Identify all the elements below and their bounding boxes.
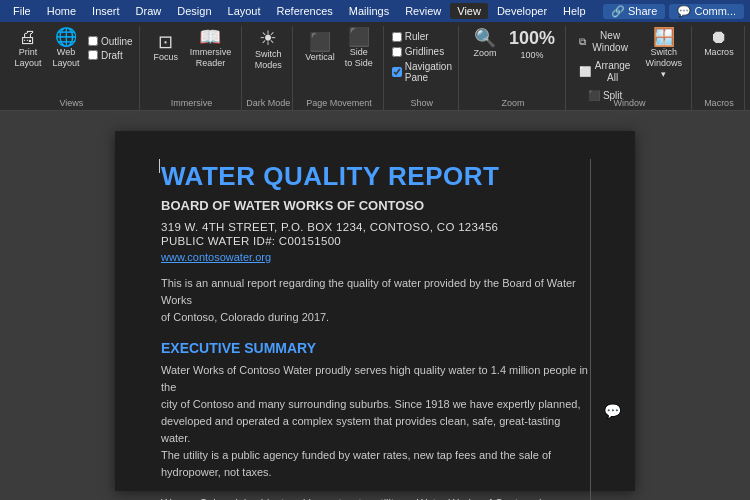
ribbon-group-pagemovement: ⬛ Vertical ⬛ Side to Side Page Movement	[295, 26, 384, 110]
macros-button[interactable]: ⏺ Macros	[700, 26, 738, 60]
menu-help[interactable]: Help	[556, 3, 593, 19]
side-to-side-icon: ⬛	[348, 28, 370, 46]
document-link[interactable]: www.contosowater.org	[161, 251, 589, 263]
arrange-all-icon: ⬜	[579, 66, 591, 78]
ribbon: 🖨 Print Layout 🌐 Web Layout Outline Draf…	[0, 22, 750, 111]
executive-summary-body: Water Works of Contoso Water proudly ser…	[161, 362, 589, 481]
new-window-button[interactable]: ⧉ New Window	[574, 28, 636, 56]
darkmode-label: Dark Mode	[244, 98, 292, 108]
sharepoint-label: SharePo...	[747, 98, 750, 108]
web-layout-icon: 🌐	[55, 28, 77, 46]
navpane-checkbox[interactable]: Navigation Pane	[392, 60, 452, 84]
web-layout-button[interactable]: 🌐 Web Layout	[48, 26, 84, 71]
macros-icon: ⏺	[710, 28, 728, 46]
ribbon-group-immersive: ⊡ Focus 📖 Immersive Reader Immersive	[142, 26, 243, 110]
document-title: WATER QUALITY REPORT	[161, 161, 589, 192]
immersive-label: Immersive	[142, 98, 242, 108]
ribbon-group-window: ⧉ New Window ⬜ Arrange All ⬛ Split 🪟 Swi…	[568, 26, 692, 110]
outline-checkbox[interactable]: Outline	[88, 35, 133, 48]
views-label: Views	[4, 98, 139, 108]
menu-references[interactable]: References	[270, 3, 340, 19]
menu-bar: File Home Insert Draw Design Layout Refe…	[0, 0, 750, 22]
print-layout-icon: 🖨	[19, 28, 37, 46]
cursor-right	[590, 159, 591, 500]
menu-home[interactable]: Home	[40, 3, 83, 19]
ribbon-group-macros: ⏺ Macros Macros	[694, 26, 745, 110]
zoom-100-button[interactable]: 100% 100%	[505, 26, 559, 62]
menu-design[interactable]: Design	[170, 3, 218, 19]
comments-button[interactable]: 💬 Comm...	[669, 4, 744, 19]
arrange-all-button[interactable]: ⬜ Arrange All	[574, 58, 636, 86]
comment-icon[interactable]: 💬	[604, 403, 621, 419]
macros-label: Macros	[694, 98, 744, 108]
pagemovement-label: Page Movement	[295, 98, 383, 108]
document-pubid: PUBLIC WATER ID#: C00151500	[161, 235, 589, 247]
immersive-reader-icon: 📖	[199, 28, 221, 46]
ribbon-group-show: Ruler Gridlines Navigation Pane Show	[386, 26, 459, 110]
menu-file[interactable]: File	[6, 3, 38, 19]
zoom-button[interactable]: 🔍 Zoom	[467, 27, 503, 61]
switch-modes-button[interactable]: ☀ Switch Modes	[250, 26, 286, 73]
document-area: WATER QUALITY REPORT BOARD OF WATER WORK…	[0, 111, 750, 500]
switch-modes-icon: ☀	[259, 28, 277, 48]
ribbon-group-sharepoint: 📄 Properti... SharePo...	[747, 26, 750, 110]
zoom-label: Zoom	[461, 98, 565, 108]
side-to-side-button[interactable]: ⬛ Side to Side	[341, 26, 377, 71]
ribbon-group-views: 🖨 Print Layout 🌐 Web Layout Outline Draf…	[4, 26, 140, 110]
menu-view[interactable]: View	[450, 3, 488, 19]
menu-draw[interactable]: Draw	[129, 3, 169, 19]
immersive-reader-button[interactable]: 📖 Immersive Reader	[186, 26, 236, 71]
switch-windows-icon: 🪟	[653, 28, 675, 46]
vertical-icon: ⬛	[309, 33, 331, 51]
document-address: 319 W. 4TH STREET, P.O. BOX 1234, CONTOS…	[161, 221, 589, 233]
executive-summary-title: EXECUTIVE SUMMARY	[161, 340, 589, 356]
focus-button[interactable]: ⊡ Focus	[148, 31, 184, 65]
zoom-icon: 🔍	[474, 29, 496, 47]
draft-checkbox[interactable]: Draft	[88, 49, 133, 62]
vertical-button[interactable]: ⬛ Vertical	[301, 31, 339, 65]
switch-windows-button[interactable]: 🪟 Switch Windows ▾	[642, 26, 685, 81]
ribbon-group-zoom: 🔍 Zoom 100% 100% Zoom	[461, 26, 566, 110]
window-label: Window	[568, 98, 691, 108]
menu-review[interactable]: Review	[398, 3, 448, 19]
focus-icon: ⊡	[158, 33, 173, 51]
cursor-left	[159, 159, 160, 173]
gridlines-checkbox[interactable]: Gridlines	[392, 45, 452, 58]
ruler-checkbox[interactable]: Ruler	[392, 30, 452, 43]
menu-mailings[interactable]: Mailings	[342, 3, 396, 19]
menu-developer[interactable]: Developer	[490, 3, 554, 19]
print-layout-button[interactable]: 🖨 Print Layout	[10, 26, 46, 71]
ribbon-group-darkmode: ☀ Switch Modes Dark Mode	[244, 26, 293, 110]
share-button[interactable]: 🔗 Share	[603, 4, 665, 19]
menu-insert[interactable]: Insert	[85, 3, 127, 19]
document-footer-body: We are Colorado's oldest and largest wat…	[161, 495, 589, 500]
menu-layout[interactable]: Layout	[221, 3, 268, 19]
document-page: WATER QUALITY REPORT BOARD OF WATER WORK…	[115, 131, 635, 491]
document-intro: This is an annual report regarding the q…	[161, 275, 589, 326]
show-label: Show	[386, 98, 458, 108]
document-subtitle: BOARD OF WATER WORKS OF CONTOSO	[161, 198, 589, 213]
new-window-icon: ⧉	[579, 36, 586, 48]
